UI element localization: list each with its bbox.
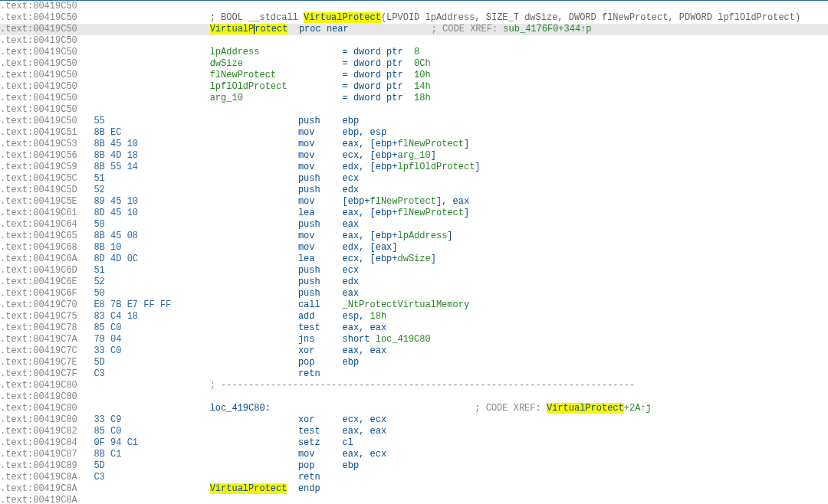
asm-line[interactable]: .text:00419C59 8B 55 14 mov edx, [ebp+lp… [0,162,828,173]
asm-line[interactable]: .text:00419C70 E8 7B E7 FF FF call _NtPr… [0,299,828,311]
asm-line[interactable]: .text:00419C7A 79 04 jns short loc_419C8… [0,334,828,345]
operand: , [ [359,254,376,264]
address: .text:00419C7C [0,345,88,356]
asm-line[interactable]: .text:00419C50 55 push ebp [0,116,828,127]
address: .text:00419C53 [0,139,88,149]
asm-line[interactable]: .text:00419C87 8B C1 mov eax, ecx [0,449,828,460]
asm-line[interactable]: .text:00419C6F 50 push eax [0,288,828,299]
asm-line[interactable]: .text:00419C5D 52 push edx [0,185,828,196]
asm-line[interactable]: .text:00419C64 50 push eax [0,219,828,231]
address: .text:00419C6D [0,265,88,276]
operand: esp [342,311,359,322]
address: .text:00419C89 [0,460,88,471]
proc-name[interactable]: VirtualProtect [210,24,288,34]
opcode-bytes: 8B C1 [88,449,298,460]
address: .text:00419C56 [0,150,88,161]
endp-keyword: endp [298,483,320,494]
address: .text:00419C68 [0,242,88,253]
asm-line[interactable]: .text:00419C65 8B 45 08 mov eax, [ebp+lp… [0,231,828,242]
opcode-bytes: 89 45 10 [88,196,298,207]
mnemonic: pop [298,460,343,471]
xref-target[interactable]: VirtualProtect [547,403,624,414]
operand: ecx [342,265,359,276]
asm-line[interactable]: .text:00419C68 8B 10 mov edx, [eax] [0,242,828,254]
asm-line[interactable]: .text:00419C50 arg_10 = dword ptr 18h [0,93,828,104]
asm-line[interactable]: .text:00419C82 85 C0 test eax, eax [0,426,828,437]
proc-name[interactable]: VirtualProtect [210,483,288,494]
asm-line[interactable]: .text:00419C53 8B 45 10 mov eax, [ebp+fl… [0,139,828,150]
asm-line[interactable]: .text:00419C50 VirtualProtect proc near … [0,24,828,35]
operand: , [359,449,370,460]
address: .text:00419C70 [0,299,88,310]
asm-line[interactable]: .text:00419C6E 52 push edx [0,277,828,288]
asm-line[interactable]: .text:00419C50 lpAddress = dword ptr 8 [0,47,828,58]
asm-line[interactable]: .text:00419C8A C3 retn [0,472,828,483]
xref-label: ; CODE XREF: [475,403,547,414]
asm-line[interactable]: .text:00419C56 8B 4D 18 mov ecx, [ebp+ar… [0,150,828,162]
func-name-highlight: VirtualProtect [304,12,381,23]
address: .text:00419C50 [0,93,88,103]
address: .text:00419C6A [0,254,88,264]
asm-line[interactable]: .text:00419C80 ; -----------------------… [0,380,828,391]
loc-label[interactable]: loc_419C80: [210,403,475,414]
asm-line[interactable]: .text:00419C75 83 C4 18 add esp, 18h [0,311,828,322]
asm-line[interactable]: .text:00419C80 [0,391,828,403]
asm-line[interactable]: .text:00419C89 5D pop ebp [0,460,828,472]
mnemonic: push [298,288,343,299]
operand: edx [342,185,359,195]
address: .text:00419C80 [0,414,88,425]
operand: , [359,426,370,437]
asm-line[interactable]: .text:00419C50 [0,104,828,116]
operand: lpflOldProtect [398,162,475,172]
address: .text:00419C50 [0,35,88,46]
address: .text:00419C50 [0,1,88,11]
operand: ecx [342,173,359,184]
asm-line[interactable]: .text:00419C7C 33 C0 xor eax, eax [0,345,828,357]
operand: esp [370,127,387,138]
asm-line[interactable]: .text:00419C50 dwSize = dword ptr 0Ch [0,58,828,70]
asm-line[interactable]: .text:00419C61 8D 45 10 lea eax, [ebp+fl… [0,208,828,219]
asm-line[interactable]: .text:00419C5C 51 push ecx [0,173,828,185]
separator: ; --------------------------------------… [210,380,636,391]
asm-line[interactable]: .text:00419C5E 89 45 10 mov [ebp+flNewPr… [0,196,828,208]
xref-target[interactable]: sub_4176F0+344↑p [503,24,591,34]
disassembly-view[interactable]: .text:00419C50 .text:00419C50 ; BOOL __s… [0,1,828,504]
asm-line[interactable]: .text:00419C8A VirtualProtect endp [0,483,828,495]
opcode-bytes: 83 C4 18 [88,311,298,322]
operand: ebp [342,116,359,126]
asm-line[interactable]: .text:00419C50 [0,35,828,47]
asm-line[interactable]: .text:00419C84 0F 94 C1 setz cl [0,437,828,449]
arg-name: dwSize [210,58,343,69]
operand: ebp [342,357,359,368]
asm-line[interactable]: .text:00419C51 8B EC mov ebp, esp [0,127,828,139]
mnemonic: mov [298,196,343,207]
operand: _NtProtectVirtualMemory [342,299,469,310]
operand: , [ [359,208,376,218]
asm-line[interactable]: .text:00419C80 loc_419C80: ; CODE XREF: … [0,403,828,414]
asm-line[interactable]: .text:00419C50 [0,1,828,12]
comment: ; BOOL __stdcall [210,12,304,23]
operand: + [392,150,397,161]
asm-line[interactable]: .text:00419C50 flNewProtect = dword ptr … [0,70,828,81]
address: .text:00419C75 [0,311,88,322]
asm-line[interactable]: .text:00419C6A 8D 4D 0C lea ecx, [ebp+dw… [0,254,828,265]
opcode-bytes: 5D [88,357,298,368]
mnemonic: push [298,219,343,230]
operand: , [359,311,370,322]
arg-offset: 14h [414,81,431,92]
asm-line[interactable]: .text:00419C7E 5D pop ebp [0,357,828,368]
asm-line[interactable]: .text:00419C80 33 C9 xor ecx, ecx [0,414,828,426]
asm-line[interactable]: .text:00419C8A [0,495,828,504]
address: .text:00419C50 [0,104,88,115]
opcode-bytes: 8D 4D 0C [88,254,298,264]
address: .text:00419C6E [0,277,88,287]
mnemonic: retn [298,368,343,379]
asm-line[interactable]: .text:00419C50 lpflOldProtect = dword pt… [0,81,828,93]
asm-line[interactable]: .text:00419C7F C3 retn [0,368,828,380]
asm-line[interactable]: .text:00419C6D 51 push ecx [0,265,828,277]
asm-line[interactable]: .text:00419C78 85 C0 test eax, eax [0,322,828,334]
arg-decl: = dword ptr [342,58,414,69]
operand: ] [431,150,436,161]
operand: + [392,162,397,172]
asm-line[interactable]: .text:00419C50 ; BOOL __stdcall VirtualP… [0,12,828,24]
